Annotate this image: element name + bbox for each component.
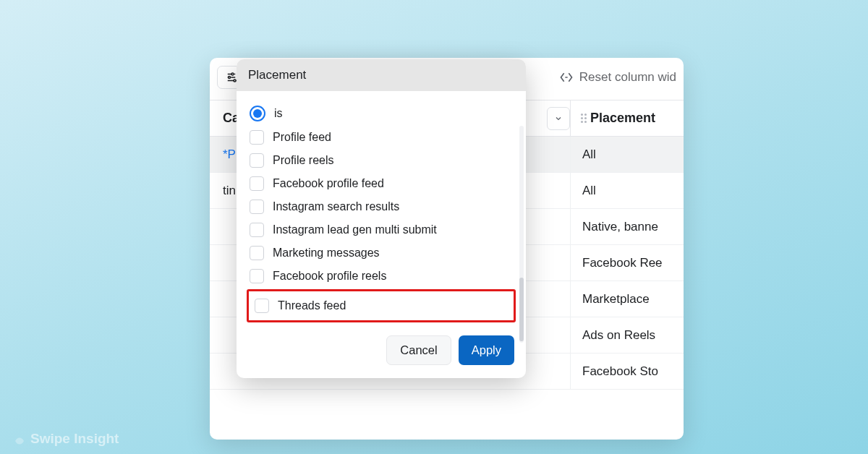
- placement-header-label: Placement: [590, 111, 655, 126]
- placement-cell: Native, banne: [570, 209, 684, 244]
- placement-cell: Marketplace: [570, 281, 684, 317]
- checkbox-option-threads-feed[interactable]: Threads feed: [252, 294, 511, 317]
- svg-point-1: [229, 77, 231, 79]
- checkbox-option[interactable]: Instagram lead gen multi submit: [247, 218, 516, 241]
- option-label: Profile reels: [273, 154, 333, 167]
- checkbox-option[interactable]: Profile reels: [247, 149, 516, 172]
- checkbox-icon: [250, 153, 264, 168]
- highlighted-option-frame: Threads feed: [247, 289, 516, 322]
- placement-column-header[interactable]: Placement: [570, 100, 684, 136]
- watermark-text: Swipe Insight: [30, 431, 119, 447]
- checkbox-option[interactable]: Facebook profile reels: [247, 265, 516, 288]
- option-label: Facebook profile feed: [273, 177, 384, 190]
- option-label: Marketing messages: [273, 247, 380, 260]
- checkbox-icon: [250, 269, 264, 283]
- checkbox-icon: [250, 200, 264, 214]
- reset-column-widths-button[interactable]: Reset column wid: [559, 70, 676, 85]
- checkbox-icon: [255, 299, 269, 313]
- placement-cell: Facebook Sto: [570, 354, 684, 389]
- svg-point-2: [234, 80, 236, 82]
- checkbox-option[interactable]: Instagram search results: [247, 195, 516, 218]
- option-label: Instagram search results: [273, 200, 399, 213]
- radio-icon: [250, 106, 265, 121]
- chevron-down-icon: [554, 114, 563, 123]
- column-sort-dropdown[interactable]: [547, 107, 570, 130]
- watermark: Swipe Insight: [13, 431, 119, 447]
- reset-width-icon: [559, 70, 574, 85]
- radio-label: is: [274, 107, 283, 120]
- option-label: Threads feed: [278, 299, 346, 312]
- checkbox-option[interactable]: Facebook profile feed: [247, 172, 516, 195]
- checkbox-icon: [250, 130, 264, 145]
- cancel-button[interactable]: Cancel: [386, 335, 451, 365]
- checkbox-option[interactable]: Marketing messages: [247, 241, 516, 265]
- option-label: Instagram lead gen multi submit: [273, 223, 437, 236]
- radio-option-is[interactable]: is: [247, 101, 516, 126]
- apply-button[interactable]: Apply: [459, 335, 514, 365]
- popover-title: Placement: [237, 59, 526, 91]
- reset-column-label: Reset column wid: [579, 70, 676, 85]
- placement-filter-popover: Placement is Profile feedProfile reelsFa…: [237, 59, 526, 378]
- placement-cell: Facebook Ree: [570, 245, 684, 280]
- placement-cell: All: [570, 173, 684, 208]
- placement-cell: All: [570, 137, 684, 172]
- swipe-insight-logo-icon: [13, 432, 26, 445]
- option-label: Facebook profile reels: [273, 270, 386, 283]
- checkbox-icon: [250, 176, 264, 191]
- scrollbar-thumb[interactable]: [519, 278, 524, 341]
- option-label: Profile feed: [273, 131, 331, 144]
- popover-footer: Cancel Apply: [237, 325, 526, 378]
- drag-handle-icon: [581, 113, 583, 123]
- placement-cell: Ads on Reels: [570, 317, 684, 353]
- popover-body: is Profile feedProfile reelsFacebook pro…: [237, 91, 526, 325]
- scrollbar-track[interactable]: [519, 126, 524, 343]
- checkbox-icon: [250, 223, 264, 237]
- checkbox-icon: [250, 246, 264, 260]
- checkbox-option[interactable]: Profile feed: [247, 126, 516, 149]
- svg-point-0: [231, 73, 234, 75]
